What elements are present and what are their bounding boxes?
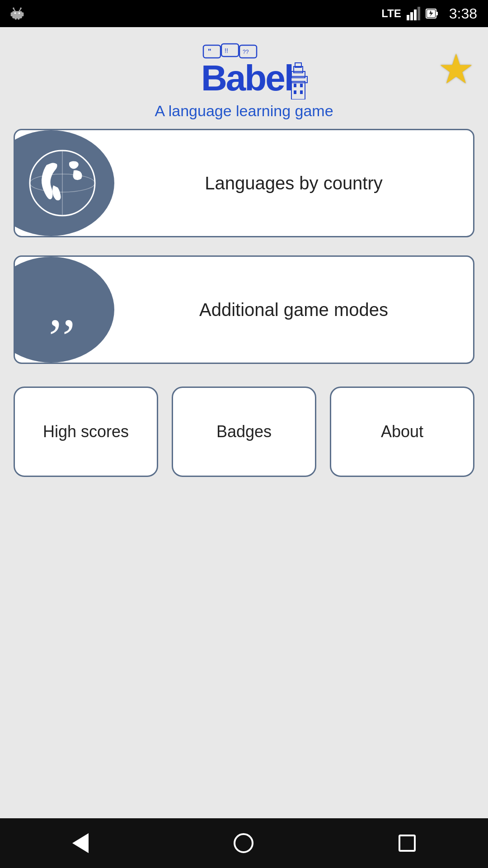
lte-indicator: LTE xyxy=(381,7,401,20)
app-subtitle: A language learning game xyxy=(155,102,333,120)
svg-rect-30 xyxy=(294,84,296,87)
status-icons: LTE 3:38 xyxy=(381,5,477,22)
globe-icon-container xyxy=(14,130,114,236)
main-content: " !! ?? Babel xyxy=(0,27,488,477)
svg-rect-0 xyxy=(12,11,22,19)
svg-rect-25 xyxy=(291,81,305,99)
svg-point-10 xyxy=(20,8,22,9)
status-time: 3:38 xyxy=(449,5,477,22)
quote-marks-icon: ,, xyxy=(49,280,76,335)
nav-bar xyxy=(0,818,488,868)
additional-game-modes-button[interactable]: ,, Additional game modes xyxy=(14,255,474,364)
quotes-icon-container: ,, xyxy=(14,257,114,363)
svg-rect-3 xyxy=(15,17,17,19)
svg-text:Babel: Babel xyxy=(201,58,293,98)
back-button[interactable] xyxy=(72,833,89,853)
about-button[interactable]: About xyxy=(330,387,474,477)
badges-button[interactable]: Badges xyxy=(172,387,316,477)
svg-point-5 xyxy=(14,12,16,14)
signal-icon xyxy=(407,7,420,20)
svg-text:!!: !! xyxy=(225,47,228,54)
svg-rect-33 xyxy=(300,90,303,94)
svg-rect-16 xyxy=(436,12,438,15)
svg-rect-2 xyxy=(22,12,24,16)
svg-rect-1 xyxy=(11,12,13,16)
home-button[interactable] xyxy=(234,833,253,853)
svg-point-8 xyxy=(13,8,14,9)
header: " !! ?? Babel xyxy=(14,41,474,120)
svg-rect-12 xyxy=(410,12,413,20)
svg-rect-4 xyxy=(18,17,20,19)
logo-container: " !! ?? Babel xyxy=(155,41,333,120)
languages-by-country-button[interactable]: Languages by country xyxy=(14,129,474,237)
babel-logo: " !! ?? Babel xyxy=(176,41,312,99)
svg-rect-20 xyxy=(221,44,239,57)
svg-text:??: ?? xyxy=(243,49,249,55)
spacer xyxy=(0,477,488,818)
svg-rect-18 xyxy=(203,45,221,58)
svg-rect-14 xyxy=(418,7,420,20)
svg-rect-32 xyxy=(294,90,296,94)
battery-icon xyxy=(426,7,439,20)
svg-rect-11 xyxy=(407,15,409,20)
languages-by-country-label: Languages by country xyxy=(114,130,473,236)
recent-apps-button[interactable] xyxy=(399,835,416,852)
svg-rect-13 xyxy=(414,9,417,20)
additional-game-modes-label: Additional game modes xyxy=(114,257,473,363)
svg-rect-31 xyxy=(300,84,303,87)
high-scores-button[interactable]: High scores xyxy=(14,387,158,477)
svg-point-6 xyxy=(19,12,20,14)
globe-icon xyxy=(26,147,99,219)
android-icon xyxy=(9,5,25,22)
status-bar: LTE 3:38 xyxy=(0,0,488,27)
bottom-buttons: High scores Badges About xyxy=(14,387,474,477)
svg-text:": " xyxy=(208,48,211,56)
favorites-star-icon[interactable]: ★ xyxy=(438,45,474,93)
